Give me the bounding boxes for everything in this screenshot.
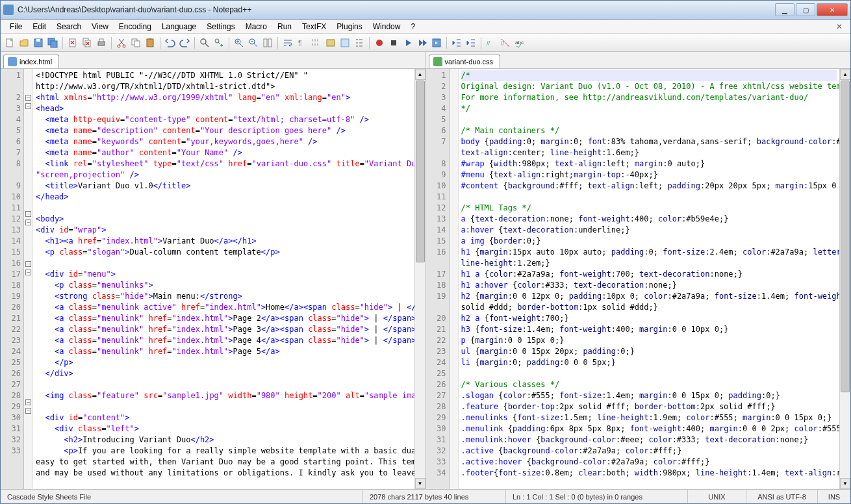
menu-edit[interactable]: Edit — [27, 21, 51, 32]
sync-scroll-icon[interactable] — [261, 36, 274, 49]
new-file-icon[interactable] — [3, 36, 16, 49]
left-fold-column[interactable]: −−−−−−−− — [24, 69, 33, 489]
status-size: 2078 chars 2117 bytes 40 lines — [363, 490, 506, 503]
menu-close-icon[interactable]: ✕ — [832, 22, 846, 31]
titlebar: C:\Users\Andreas\Desktop\variant-duo\var… — [1, 1, 850, 20]
tab-label: index.html — [19, 58, 52, 66]
svg-rect-5 — [51, 41, 57, 47]
left-tabbar: index.html — [1, 52, 426, 69]
menu-language[interactable]: Language — [157, 21, 201, 32]
tab-label: variant-duo.css — [445, 58, 494, 66]
function-list-icon[interactable] — [353, 36, 366, 49]
close-file-icon[interactable] — [66, 36, 79, 49]
replace-icon[interactable] — [212, 36, 225, 49]
svg-point-17 — [201, 39, 206, 44]
css-file-icon — [433, 57, 442, 66]
scroll-up-icon[interactable]: ▲ — [840, 69, 850, 80]
stop-macro-icon[interactable] — [387, 36, 400, 49]
save-icon[interactable] — [32, 36, 45, 49]
svg-rect-1 — [10, 39, 12, 41]
scroll-thumb[interactable] — [416, 81, 425, 262]
save-all-icon[interactable] — [46, 36, 59, 49]
paste-icon[interactable] — [144, 36, 157, 49]
scroll-up-icon[interactable]: ▲ — [415, 69, 426, 80]
close-button[interactable]: ✕ — [817, 3, 848, 16]
right-code-area[interactable]: /*Original design: Variant Duo (v1.0 - O… — [459, 69, 840, 489]
right-pane: variant-duo.css 1234567 8910111213141516… — [426, 52, 851, 489]
menu-help[interactable]: ? — [405, 21, 420, 32]
app-icon — [3, 5, 14, 15]
editor-area: index.html 1 2345678 9101112131415161718… — [1, 52, 850, 489]
indent-icon[interactable] — [464, 36, 477, 49]
indent-guide-icon[interactable] — [310, 36, 323, 49]
left-line-numbers: 1 2345678 910111213141516171819202122232… — [1, 69, 24, 489]
right-editor[interactable]: 1234567 8910111213141516 171819 20212223… — [426, 69, 851, 489]
status-position: Ln : 1 Col : 1 Sel : 0 (0 bytes) in 0 ra… — [506, 490, 688, 503]
statusbar: Cascade Style Sheets File 2078 chars 211… — [1, 489, 850, 503]
cut-icon[interactable] — [115, 36, 128, 49]
spellcheck-icon[interactable]: abc — [513, 36, 526, 49]
word-wrap-icon[interactable] — [281, 36, 294, 49]
menu-encoding[interactable]: Encoding — [114, 21, 157, 32]
svg-rect-10 — [99, 39, 103, 42]
right-fold-column[interactable] — [450, 69, 459, 489]
left-pane: index.html 1 2345678 9101112131415161718… — [1, 52, 426, 489]
show-all-chars-icon[interactable]: ¶ — [296, 36, 309, 49]
play-macro-icon[interactable] — [401, 36, 414, 49]
menu-run[interactable]: Run — [272, 21, 297, 32]
left-scrollbar[interactable]: ▲ ▼ — [414, 69, 426, 489]
scroll-down-icon[interactable]: ▼ — [415, 478, 426, 489]
status-filetype: Cascade Style Sheets File — [1, 490, 363, 503]
left-editor[interactable]: 1 2345678 910111213141516171819202122232… — [1, 69, 426, 489]
uncomment-icon[interactable]: // — [499, 36, 512, 49]
menu-file[interactable]: File — [5, 21, 27, 32]
toolbar: ¶ // // abc — [1, 34, 850, 52]
record-macro-icon[interactable] — [373, 36, 386, 49]
save-macro-icon[interactable] — [430, 36, 443, 49]
menu-window[interactable]: Window — [368, 21, 406, 32]
doc-map-icon[interactable] — [338, 36, 351, 49]
menu-view[interactable]: View — [86, 21, 114, 32]
menu-textfx[interactable]: TextFX — [297, 21, 331, 32]
app-window: C:\Users\Andreas\Desktop\variant-duo\var… — [0, 0, 851, 504]
menu-macro[interactable]: Macro — [240, 21, 272, 32]
svg-rect-16 — [149, 38, 151, 40]
status-mode: INS — [818, 490, 850, 503]
right-scrollbar[interactable]: ▲ ▼ — [839, 69, 850, 489]
play-multi-icon[interactable] — [416, 36, 429, 49]
find-icon[interactable] — [198, 36, 211, 49]
svg-rect-21 — [264, 39, 267, 47]
user-lang-icon[interactable] — [324, 36, 337, 49]
menu-settings[interactable]: Settings — [201, 21, 240, 32]
window-title: C:\Users\Andreas\Desktop\variant-duo\var… — [18, 5, 775, 14]
svg-rect-25 — [341, 39, 349, 47]
zoom-in-icon[interactable] — [233, 36, 246, 49]
copy-icon[interactable] — [129, 36, 142, 49]
zoom-out-icon[interactable] — [247, 36, 260, 49]
svg-rect-27 — [391, 40, 396, 45]
menu-search[interactable]: Search — [51, 21, 86, 32]
maximize-button[interactable]: ▢ — [796, 3, 815, 16]
close-all-icon[interactable] — [81, 36, 94, 49]
svg-rect-9 — [98, 42, 105, 45]
left-code-area[interactable]: <!DOCTYPE html PUBLIC "-//W3C//DTD XHTML… — [33, 69, 414, 489]
redo-icon[interactable] — [178, 36, 191, 49]
svg-point-26 — [376, 40, 383, 46]
status-eol: UNIX — [688, 490, 746, 503]
right-line-numbers: 1234567 8910111213141516 171819 20212223… — [426, 69, 450, 489]
html-file-icon — [8, 57, 17, 66]
outdent-icon[interactable] — [450, 36, 463, 49]
tab-variant-duo-css[interactable]: variant-duo.css — [429, 55, 501, 68]
tab-index-html[interactable]: index.html — [3, 55, 59, 68]
open-file-icon[interactable] — [18, 36, 31, 49]
right-tabbar: variant-duo.css — [426, 52, 851, 69]
minimize-button[interactable]: ▁ — [775, 3, 794, 16]
comment-icon[interactable]: // — [485, 36, 498, 49]
svg-text:abc: abc — [515, 40, 524, 45]
svg-text://: // — [487, 40, 490, 47]
menu-plugins[interactable]: Plugins — [331, 21, 367, 32]
undo-icon[interactable] — [164, 36, 177, 49]
print-icon[interactable] — [95, 36, 108, 49]
scroll-down-icon[interactable]: ▼ — [840, 478, 850, 489]
scroll-thumb[interactable] — [841, 81, 850, 392]
